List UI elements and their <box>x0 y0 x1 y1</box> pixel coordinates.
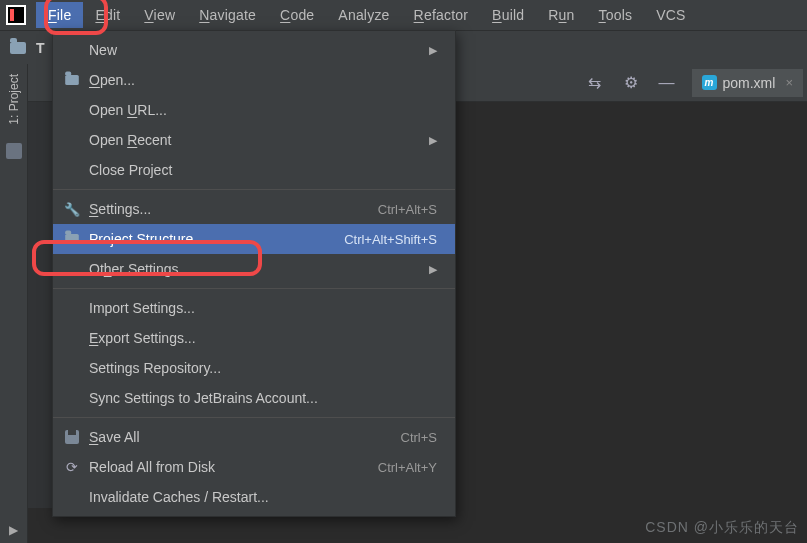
menu-item-sync-settings-to-jetbrains-account[interactable]: Sync Settings to JetBrains Account... <box>53 383 455 413</box>
menu-item-label: Open... <box>89 72 437 88</box>
menu-item-label: Settings... <box>89 201 378 217</box>
folder-icon <box>10 42 26 54</box>
menu-item-label: Invalidate Caches / Restart... <box>89 489 437 505</box>
menu-shortcut: Ctrl+Alt+S <box>378 202 437 217</box>
menu-item-label: Import Settings... <box>89 300 437 316</box>
menu-item-invalidate-caches-restart[interactable]: Invalidate Caches / Restart... <box>53 482 455 512</box>
menu-item-close-project[interactable]: Close Project <box>53 155 455 185</box>
menu-item-label: Sync Settings to JetBrains Account... <box>89 390 437 406</box>
menu-item-other-settings[interactable]: Other Settings▶ <box>53 254 455 284</box>
run-arrow-icon[interactable]: ▶ <box>9 523 18 537</box>
folder-icon <box>63 232 81 246</box>
menu-navigate[interactable]: Navigate <box>187 2 268 28</box>
menu-item-label: Close Project <box>89 162 437 178</box>
submenu-arrow-icon: ▶ <box>429 263 437 276</box>
menu-edit[interactable]: Edit <box>83 2 132 28</box>
menu-item-save-all[interactable]: Save AllCtrl+S <box>53 422 455 452</box>
menu-code[interactable]: Code <box>268 2 326 28</box>
menu-item-label: Project Structure... <box>89 231 344 247</box>
menu-item-reload-all-from-disk[interactable]: ⟳Reload All from DiskCtrl+Alt+Y <box>53 452 455 482</box>
menu-analyze[interactable]: Analyze <box>326 2 401 28</box>
menu-item-project-structure[interactable]: Project Structure...Ctrl+Alt+Shift+S <box>53 224 455 254</box>
menu-item-new[interactable]: New▶ <box>53 35 455 65</box>
menu-item-label: Other Settings <box>89 261 423 277</box>
menu-item-settings-repository[interactable]: Settings Repository... <box>53 353 455 383</box>
app-icon <box>6 5 26 25</box>
menu-refactor[interactable]: Refactor <box>402 2 481 28</box>
hide-tool-window-icon[interactable]: — <box>652 70 682 96</box>
menu-item-open[interactable]: Open... <box>53 65 455 95</box>
menu-item-open-url[interactable]: Open URL... <box>53 95 455 125</box>
project-root-label[interactable]: T <box>36 40 45 56</box>
menu-view[interactable]: View <box>132 2 187 28</box>
menu-item-label: Reload All from Disk <box>89 459 378 475</box>
maven-icon: m <box>702 75 717 90</box>
menu-bar: FileEditViewNavigateCodeAnalyzeRefactorB… <box>0 0 807 30</box>
menu-item-import-settings[interactable]: Import Settings... <box>53 293 455 323</box>
menu-build[interactable]: Build <box>480 2 536 28</box>
menu-vcs[interactable]: VCS <box>644 2 697 28</box>
menu-separator <box>53 417 455 418</box>
menu-file[interactable]: File <box>36 2 83 28</box>
menu-item-export-settings[interactable]: Export Settings... <box>53 323 455 353</box>
menu-item-label: Save All <box>89 429 401 445</box>
menu-separator <box>53 288 455 289</box>
menu-item-settings[interactable]: 🔧Settings...Ctrl+Alt+S <box>53 194 455 224</box>
settings-gear-icon[interactable]: ⚙ <box>616 70 646 96</box>
menu-separator <box>53 189 455 190</box>
structure-tool-icon[interactable] <box>6 143 22 159</box>
submenu-arrow-icon: ▶ <box>429 44 437 57</box>
close-tab-icon[interactable]: × <box>785 75 793 90</box>
menu-item-open-recent[interactable]: Open Recent▶ <box>53 125 455 155</box>
file-menu-popup: New▶Open...Open URL...Open Recent▶Close … <box>52 30 456 517</box>
menu-item-label: Settings Repository... <box>89 360 437 376</box>
menu-shortcut: Ctrl+Alt+Y <box>378 460 437 475</box>
menu-item-label: Open Recent <box>89 132 423 148</box>
reload-icon: ⟳ <box>63 460 81 474</box>
menu-item-label: New <box>89 42 423 58</box>
watermark: CSDN @小乐乐的天台 <box>645 519 799 537</box>
menu-shortcut: Ctrl+Alt+Shift+S <box>344 232 437 247</box>
editor-tab-label: pom.xml <box>723 75 776 91</box>
project-tool-tab[interactable]: 1: Project <box>7 70 21 129</box>
select-opened-file-icon[interactable]: ⇆ <box>580 70 610 96</box>
menu-tools[interactable]: Tools <box>587 2 645 28</box>
menu-item-label: Open URL... <box>89 102 437 118</box>
menu-shortcut: Ctrl+S <box>401 430 437 445</box>
editor-tab-pom[interactable]: m pom.xml × <box>692 69 804 97</box>
submenu-arrow-icon: ▶ <box>429 134 437 147</box>
tool-window-stripe-left: 1: Project ▶ <box>0 64 28 543</box>
save-icon <box>63 430 81 444</box>
folder-icon <box>63 73 81 87</box>
wrench-icon: 🔧 <box>63 202 81 216</box>
menu-item-label: Export Settings... <box>89 330 437 346</box>
menu-run[interactable]: Run <box>536 2 586 28</box>
